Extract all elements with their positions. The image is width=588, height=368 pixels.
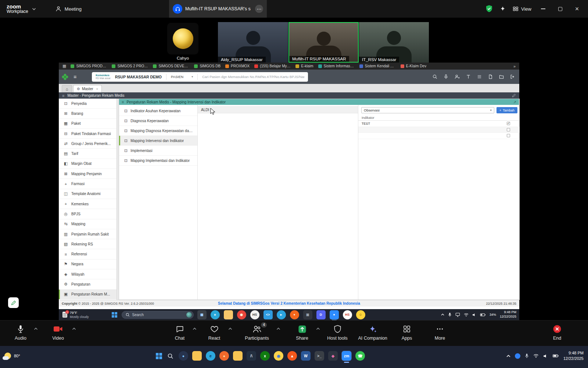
indicator-checkbox[interactable] xyxy=(507,122,510,125)
text-format-icon[interactable] xyxy=(466,74,471,79)
indicator-checkbox[interactable] xyxy=(507,134,510,137)
sidebar-item[interactable]: ⊟ Paket Tindakan Farmasi xyxy=(59,129,116,139)
sidebar-item[interactable]: ⚙ Pengaturan xyxy=(59,279,116,289)
edge-icon[interactable]: e xyxy=(206,351,215,361)
security-shield-icon[interactable] xyxy=(485,5,493,13)
sidebar-item[interactable]: ⚑ Negara xyxy=(59,259,116,269)
video-button[interactable]: Video xyxy=(47,324,69,341)
logout-icon[interactable] xyxy=(510,74,515,79)
copilot-icon[interactable]: ● xyxy=(179,351,188,361)
panel-menu-item[interactable]: ⊡ Mapping Diagnosa Keperawatan dan In... xyxy=(119,126,197,136)
bookmark-item[interactable]: (155) Belajar MySQL... xyxy=(254,64,291,68)
indicator-select[interactable]: Observasi ▾ xyxy=(361,107,494,113)
dark-app-icon[interactable]: ▣ xyxy=(303,310,312,319)
video-tile-muflih-active-speaker[interactable]: Muflih-IT RSUP MAKASSAR xyxy=(288,22,359,63)
chrome-icon[interactable]: ◉ xyxy=(274,351,283,361)
folder-icon[interactable] xyxy=(499,74,504,79)
sidebar-item[interactable]: ◫ Template Anatomi xyxy=(59,189,116,199)
bookmark-item[interactable]: PROXMOX xyxy=(225,64,250,68)
sidebar-item[interactable]: ⊡ Penyedia xyxy=(59,99,116,109)
bookmark-item[interactable]: Sistem Kendali Ang... xyxy=(359,64,396,68)
patient-search-input[interactable] xyxy=(202,75,304,79)
host-tools-button[interactable]: Host tools xyxy=(323,324,351,341)
patient-type-dropdown[interactable]: PASIEN ▾ xyxy=(171,75,193,79)
mic-tray-icon[interactable] xyxy=(525,353,529,359)
apps-button[interactable]: Apps xyxy=(396,324,417,341)
panel-menu-icon[interactable]: ≡ xyxy=(122,100,124,104)
panel-menu-item[interactable]: ⊡ Indikator Asuhan Keperawatan xyxy=(119,106,197,116)
terminal-icon[interactable]: >_ xyxy=(315,351,324,361)
edge-icon[interactable]: e xyxy=(211,310,220,319)
sidebar-item[interactable]: ▥ Penjamin Rumah Sakit xyxy=(59,229,116,239)
maximize-button[interactable] xyxy=(555,4,565,14)
view-button[interactable]: View xyxy=(513,6,531,12)
more-button[interactable]: More xyxy=(429,324,451,341)
video-tile-itrsv[interactable]: IT_RSV Makassar xyxy=(359,22,429,63)
display-tray-icon[interactable] xyxy=(455,312,460,317)
browser-orange-icon[interactable]: ● xyxy=(290,310,299,319)
close-button[interactable]: × xyxy=(572,4,582,14)
hs-app-icon[interactable]: HS xyxy=(250,310,259,319)
hidden-icons-chevron[interactable] xyxy=(506,355,510,357)
apps-grid-icon[interactable]: ▦ xyxy=(62,64,66,68)
bookmark-item[interactable]: Sistem Informasi Ke... xyxy=(318,64,355,68)
react-button[interactable]: React xyxy=(202,324,226,341)
tab-options-button[interactable]: ⋯ xyxy=(255,5,263,13)
edit-pencil-icon[interactable] xyxy=(512,93,516,98)
chat-button[interactable]: Chat xyxy=(169,324,191,341)
share-options-chevron[interactable] xyxy=(316,328,320,330)
telegram-icon[interactable]: ▸ xyxy=(277,310,286,319)
ai-companion-button[interactable]: AI Companion xyxy=(356,324,390,341)
start-button-icon[interactable] xyxy=(156,353,162,359)
video-options-chevron[interactable] xyxy=(72,328,76,330)
wifi-icon[interactable] xyxy=(464,313,469,317)
brave-icon[interactable]: ▲ xyxy=(287,351,297,361)
notification-icon[interactable]: 1 xyxy=(62,312,67,318)
folder-icon[interactable] xyxy=(233,351,243,361)
audio-button[interactable]: Audio xyxy=(10,324,32,341)
panel-menu-item[interactable]: ⊡ Mapping Intervensi dan Indikator xyxy=(119,136,197,146)
word-icon[interactable]: W xyxy=(301,351,311,361)
list-icon[interactable] xyxy=(477,74,482,79)
panel-expand-icon[interactable]: ↗ xyxy=(513,100,516,104)
sidebar-item[interactable]: ◎ BPJS xyxy=(59,209,116,219)
bookmark-item[interactable]: SIMGOS DEVELOPM... xyxy=(153,64,189,68)
panel-menu-item[interactable]: ⊡ Implementasi xyxy=(119,146,197,156)
hs2-app-icon[interactable]: HS xyxy=(343,310,352,319)
bookmark-item[interactable]: E-klaim xyxy=(295,64,313,68)
tab-meeting[interactable]: Meeting xyxy=(51,3,86,15)
sidebar-item[interactable]: ⇄ Group / Jenis Pemerik... xyxy=(59,139,116,149)
video-tile-cahyo[interactable] xyxy=(167,23,198,54)
task-view-icon[interactable]: ▦ xyxy=(197,310,207,319)
sidebar-item[interactable]: ⊠ Mapping Penjamin xyxy=(59,169,116,179)
discord-icon[interactable]: D xyxy=(316,310,326,319)
tab-master[interactable]: ⚙ Master × xyxy=(73,85,102,92)
sidebar-item[interactable]: + Kemenkes xyxy=(59,199,116,209)
end-meeting-button[interactable]: End xyxy=(547,324,567,341)
panel-menu-item[interactable]: ⊡ Mapping Implementasi dan Indikator xyxy=(119,156,197,166)
bookmark-item[interactable]: SIMGOS PRODUCTI... xyxy=(71,64,107,68)
react-options-chevron[interactable] xyxy=(228,328,232,330)
speaker-icon[interactable] xyxy=(543,354,548,358)
document-icon[interactable] xyxy=(488,74,493,79)
zoom-app-icon[interactable]: zm xyxy=(342,351,351,361)
start-button-icon[interactable] xyxy=(112,312,117,318)
mic-tray-icon[interactable] xyxy=(448,312,452,317)
file-explorer-icon[interactable] xyxy=(224,310,233,319)
speaker-icon[interactable] xyxy=(472,313,476,317)
xbox-icon[interactable]: x xyxy=(260,351,270,361)
chat-options-chevron[interactable] xyxy=(193,328,197,330)
bluetooth-device-icon[interactable] xyxy=(515,353,520,359)
zoom-app-icon[interactable]: ● xyxy=(330,310,339,319)
participants-button[interactable]: 4 Participants xyxy=(241,324,273,341)
vscode-icon[interactable]: <> xyxy=(263,310,273,319)
sharex-icon[interactable]: ◆ xyxy=(328,351,338,361)
bookmark-item[interactable]: E-Klaim Dev xyxy=(401,64,427,68)
sidebar-item[interactable]: + Farmasi xyxy=(59,179,116,189)
add-user-icon[interactable] xyxy=(455,74,460,79)
audio-options-chevron[interactable] xyxy=(34,328,38,330)
shared-clock[interactable]: 9:48 PM 12/22/2025 xyxy=(500,310,516,319)
annotate-button[interactable] xyxy=(8,297,19,308)
battery-icon[interactable] xyxy=(552,354,559,358)
panel-menu-item[interactable]: ⊡ Diagnosa Keperawatan xyxy=(119,116,197,126)
